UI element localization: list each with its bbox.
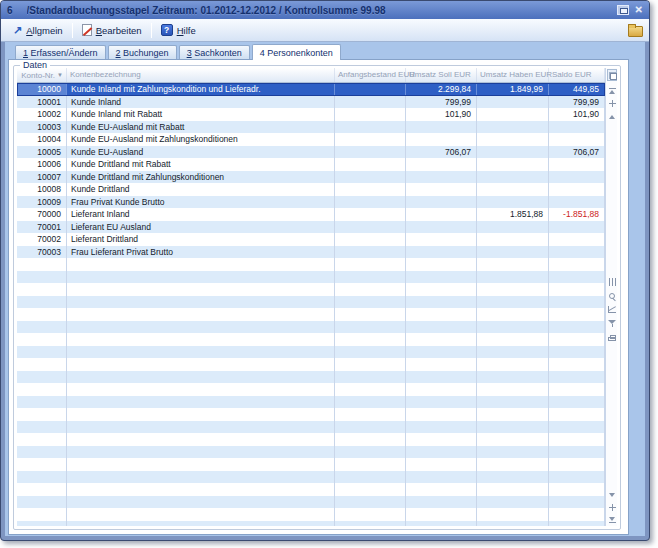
table-row-empty[interactable]: [17, 458, 605, 471]
scroll-first-row-icon[interactable]: [608, 86, 616, 95]
close-window-icon[interactable]: ✕: [635, 5, 643, 15]
tab-sachkonten[interactable]: 3 Sachkonten: [179, 45, 250, 59]
table-row-empty[interactable]: [17, 358, 605, 371]
table-row-empty[interactable]: [17, 483, 605, 496]
daten-groupbox: Daten Konto-Nr.▼ Kontenbezeichnung Anfan…: [13, 65, 621, 530]
table-cell: [406, 383, 477, 396]
columns-icon[interactable]: [608, 277, 616, 286]
table-cell: [335, 521, 406, 527]
scroll-last-row-icon[interactable]: [608, 516, 616, 525]
table-row[interactable]: 10006Kunde Drittland mit Rabatt: [17, 158, 605, 171]
table-row-empty[interactable]: [17, 308, 605, 321]
scroll-up-icon[interactable]: [608, 99, 616, 108]
table-row-empty[interactable]: [17, 383, 605, 396]
table-row-empty[interactable]: [17, 258, 605, 271]
table-row[interactable]: 10009Frau Privat Kunde Brutto: [17, 196, 605, 209]
table-row-empty[interactable]: [17, 296, 605, 309]
table-cell: [17, 521, 67, 527]
table-row[interactable]: 10005Kunde EU-Ausland706,07706,07: [17, 146, 605, 159]
table-cell: [406, 183, 477, 196]
page-up-icon[interactable]: [608, 112, 616, 121]
bearbeiten-button[interactable]: Bearbeiten: [76, 22, 148, 38]
table-row[interactable]: 10002Kunde Inland mit Rabatt101,90101,90: [17, 108, 605, 121]
table-cell: [67, 333, 335, 346]
table-row-empty[interactable]: [17, 396, 605, 409]
table-cell: [67, 383, 335, 396]
table-cell: Kunde Drittland: [67, 183, 335, 196]
table-row-empty[interactable]: [17, 283, 605, 296]
table-cell: Kunde Inland: [67, 96, 335, 109]
table-cell: [549, 133, 605, 146]
page-down-icon[interactable]: [608, 490, 616, 499]
folder-icon[interactable]: [628, 26, 643, 37]
table-row[interactable]: 70001Lieferant EU Ausland: [17, 221, 605, 234]
table-row[interactable]: 10004Kunde EU-Ausland mit Zahlungskondit…: [17, 133, 605, 146]
table-cell: 10006: [17, 158, 67, 171]
table-row-empty[interactable]: [17, 433, 605, 446]
table-row[interactable]: 10007Kunde Drittland mit Zahlungskonditi…: [17, 171, 605, 184]
table-cell: [17, 421, 67, 434]
table-row-empty[interactable]: [17, 521, 605, 527]
table-cell: [335, 171, 406, 184]
scroll-down-icon[interactable]: [608, 503, 616, 512]
table-row[interactable]: 10001Kunde Inland799,99799,99: [17, 96, 605, 109]
table-cell: [335, 96, 406, 109]
filter-icon[interactable]: [608, 319, 616, 328]
table-cell: Kunde EU-Ausland: [67, 146, 335, 159]
table-cell: [17, 446, 67, 459]
table-row[interactable]: 10008Kunde Drittland: [17, 183, 605, 196]
tab-personenkonten[interactable]: 4 Personenkonten: [252, 44, 341, 60]
table-row[interactable]: 70000Lieferant Inland1.851,88-1.851,88: [17, 208, 605, 221]
table-row[interactable]: 70003Frau Lieferant Privat Brutto: [17, 246, 605, 259]
table-row-empty[interactable]: [17, 371, 605, 384]
column-header-saldo[interactable]: Saldo EUR: [549, 68, 605, 82]
search-icon[interactable]: [608, 291, 616, 300]
table-row-empty[interactable]: [17, 421, 605, 434]
table-cell: [477, 321, 549, 334]
table-cell: [17, 296, 67, 309]
table-row-empty[interactable]: [17, 408, 605, 421]
print-icon[interactable]: [608, 333, 616, 342]
table-row-empty[interactable]: [17, 508, 605, 521]
table-cell: 10003: [17, 121, 67, 134]
table-cell: [406, 433, 477, 446]
restore-window-icon[interactable]: [617, 5, 629, 15]
table-cell: Frau Lieferant Privat Brutto: [67, 246, 335, 259]
table-row-empty[interactable]: [17, 446, 605, 459]
table-row-empty[interactable]: [17, 346, 605, 359]
table-cell: [335, 333, 406, 346]
table-cell: Kunde Inland mit Zahlungskondition und L…: [67, 83, 335, 96]
table-cell: [17, 333, 67, 346]
table-row[interactable]: 10003Kunde EU-Ausland mit Rabatt: [17, 121, 605, 134]
table-row-empty[interactable]: [17, 496, 605, 509]
table-cell: [549, 233, 605, 246]
table-row-empty[interactable]: [17, 471, 605, 484]
table-cell: [406, 233, 477, 246]
allgemein-button[interactable]: ↗ Allgmein: [7, 23, 69, 38]
table-cell: [67, 371, 335, 384]
table-row-empty[interactable]: [17, 321, 605, 334]
table-cell: [477, 383, 549, 396]
table-cell: [17, 496, 67, 509]
table-cell: Kunde Inland mit Rabatt: [67, 108, 335, 121]
chart-icon[interactable]: [608, 305, 616, 314]
table-cell: [335, 508, 406, 521]
tab-erfassen-aendern[interactable]: 1 Erfassen/Ändern: [15, 45, 106, 59]
table-cell: Lieferant EU Ausland: [67, 221, 335, 234]
table-row[interactable]: 70002Lieferant Drittland: [17, 233, 605, 246]
table-cell: 10004: [17, 133, 67, 146]
column-header-umsatz-haben[interactable]: Umsatz Haben EUR: [477, 68, 549, 82]
table-cell: [477, 433, 549, 446]
column-header-kontenbezeichnung[interactable]: Kontenbezeichnung: [67, 68, 335, 82]
column-header-konto-nr[interactable]: Konto-Nr.▼: [17, 68, 67, 82]
column-header-anfangsbestand[interactable]: Anfangsbestand EUR: [335, 68, 406, 82]
column-chooser-icon[interactable]: [607, 69, 617, 81]
tab-buchungen[interactable]: 2 Buchungen: [108, 45, 177, 59]
table-row-empty[interactable]: [17, 333, 605, 346]
hilfe-button[interactable]: ? Hilfe: [155, 22, 202, 38]
table-cell: 10005: [17, 146, 67, 159]
table-cell: [549, 396, 605, 409]
column-header-umsatz-soll[interactable]: Umsatz Soll EUR: [406, 68, 477, 82]
table-row-empty[interactable]: [17, 271, 605, 284]
table-row[interactable]: 10000Kunde Inland mit Zahlungskondition …: [17, 83, 605, 96]
